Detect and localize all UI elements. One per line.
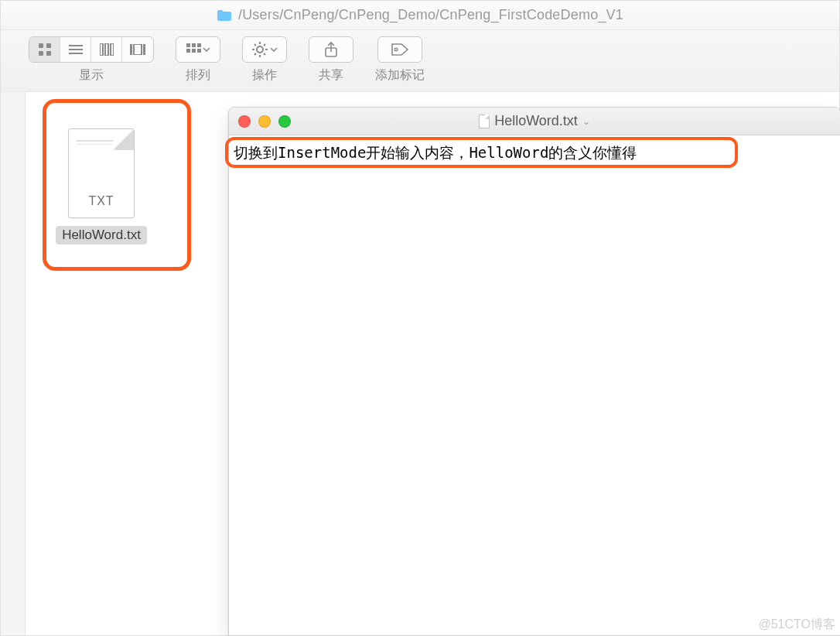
document-title-text: HelloWord.txt [494,113,578,129]
view-icon-icon[interactable] [29,37,60,62]
svg-rect-5 [69,49,83,50]
view-column-icon[interactable] [91,37,122,62]
arrange-label: 排列 [186,67,210,84]
svg-point-29 [394,48,398,51]
svg-rect-11 [134,44,142,55]
view-gallery-icon[interactable] [122,37,153,62]
document-text: 切换到InsertMode开始输入内容，HelloWord的含义你懂得 [234,143,835,163]
action-label: 操作 [252,67,277,84]
svg-line-27 [264,44,265,46]
svg-line-26 [254,53,256,55]
svg-rect-16 [186,49,190,53]
svg-rect-14 [192,43,196,47]
file-extension-label: TXT [69,194,134,208]
finder-titlebar[interactable]: /Users/CnPeng/CnPeng_Demo/CnPeng_FirstCo… [1,1,839,30]
svg-point-19 [257,46,263,53]
svg-rect-2 [39,51,43,56]
svg-rect-3 [46,51,51,56]
action-group: 操作 [242,36,287,84]
svg-line-25 [264,53,265,55]
file-name-label[interactable]: HelloWord.txt [56,226,147,244]
close-icon[interactable] [238,115,251,128]
chevron-down-icon [203,47,210,52]
svg-rect-13 [186,43,190,47]
svg-rect-9 [111,43,114,56]
svg-line-24 [254,44,256,46]
share-button[interactable] [309,36,353,63]
window-controls [238,115,291,128]
gear-icon [251,42,268,57]
chevron-down-icon: ⌄ [582,116,590,127]
tags-button[interactable] [377,36,422,63]
view-list-icon[interactable] [60,37,91,62]
view-label: 显示 [79,67,104,84]
svg-rect-15 [197,43,201,47]
view-group: 显示 [29,36,154,84]
share-label: 共享 [319,67,343,84]
svg-rect-12 [143,44,145,55]
chevron-down-icon [270,47,278,52]
tag-icon [391,43,409,56]
textedit-window: HelloWord.txt ⌄ 切换到InsertMode开始输入内容，Hell… [228,107,840,636]
arrange-button[interactable] [176,36,220,63]
share-icon [323,41,339,58]
text-editor-area[interactable]: 切换到InsertMode开始输入内容，HelloWord的含义你懂得 [229,135,840,635]
action-button[interactable] [242,36,287,63]
svg-rect-0 [39,43,43,48]
tags-label: 添加标记 [375,67,425,84]
window-path: /Users/CnPeng/CnPeng_Demo/CnPeng_FirstCo… [238,7,623,23]
txt-file-icon: TXT [59,106,144,218]
finder-toolbar: 显示 排列 操作 共享 添加标记 [1,30,839,92]
svg-rect-8 [105,43,108,56]
arrange-group: 排列 [176,36,220,84]
svg-rect-17 [192,49,196,53]
svg-rect-1 [46,43,51,48]
document-icon [479,115,490,128]
tags-group: 添加标记 [375,36,425,84]
svg-rect-4 [69,45,83,46]
grid-icon [186,43,201,56]
folder-icon [217,9,232,22]
view-segmented [29,36,154,63]
zoom-icon[interactable] [278,115,291,128]
document-title[interactable]: HelloWord.txt ⌄ [479,113,590,129]
finder-sidebar[interactable] [1,92,26,635]
minimize-icon[interactable] [258,115,271,128]
file-item[interactable]: TXT HelloWord.txt [39,106,163,244]
textedit-titlebar[interactable]: HelloWord.txt ⌄ [229,108,840,135]
svg-rect-18 [197,49,201,53]
svg-rect-6 [69,53,83,54]
svg-rect-10 [130,44,132,55]
share-group: 共享 [309,36,353,84]
svg-rect-7 [100,43,103,56]
